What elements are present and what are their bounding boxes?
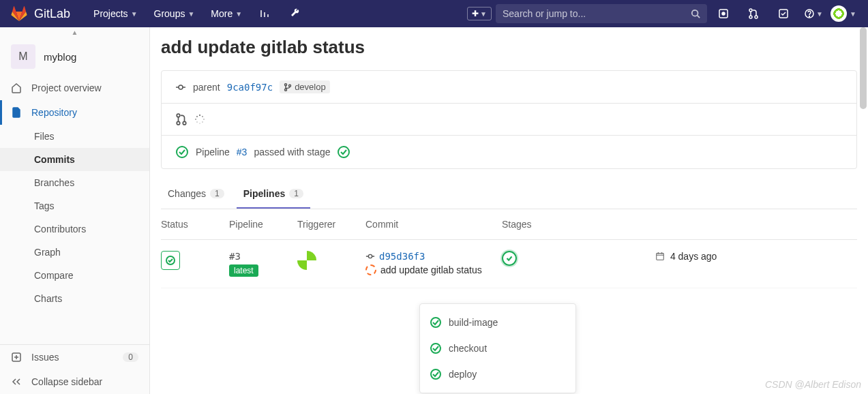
scrollbar-indicator[interactable] xyxy=(860,27,867,109)
svg-point-20 xyxy=(202,121,203,123)
stage-passed-button[interactable] xyxy=(502,251,517,266)
svg-point-14 xyxy=(177,114,180,117)
dropdown-item-deploy[interactable]: deploy xyxy=(420,361,575,387)
commit-message: add update gitlab status xyxy=(380,264,482,275)
check-circle-icon xyxy=(430,368,442,380)
check-circle-icon xyxy=(430,342,442,354)
commit-sha-link[interactable]: d95d36f3 xyxy=(379,251,425,262)
pipeline-link[interactable]: #3 xyxy=(237,147,248,157)
search-input[interactable] xyxy=(503,8,685,19)
branch-icon xyxy=(284,83,292,91)
pipeline-id[interactable]: #3 xyxy=(229,251,297,262)
pipeline-text-suffix: passed with stage xyxy=(254,147,330,157)
svg-point-31 xyxy=(431,344,440,353)
header-commit: Commit xyxy=(365,219,502,230)
sidebar-sub-compare[interactable]: Compare xyxy=(0,264,149,287)
svg-point-30 xyxy=(431,318,440,327)
parent-sha-link[interactable]: 9ca0f97c xyxy=(227,82,273,93)
chevron-down-icon: ▼ xyxy=(131,10,138,18)
parent-label: parent xyxy=(193,82,220,93)
chevron-down-icon: ▼ xyxy=(235,10,242,18)
collapse-icon xyxy=(11,376,22,387)
sidebar-sub-branches[interactable]: Branches xyxy=(0,171,149,194)
svg-point-13 xyxy=(289,85,291,87)
header-status: Status xyxy=(161,219,229,230)
project-name: myblog xyxy=(44,51,76,63)
branch-tag[interactable]: develop xyxy=(280,80,330,93)
user-menu[interactable]: ▼ xyxy=(830,0,857,27)
new-dropdown[interactable]: ✚▼ xyxy=(466,0,493,27)
svg-point-22 xyxy=(196,121,198,123)
sidebar-item-overview[interactable]: Project overview xyxy=(0,76,149,100)
tab-pipelines[interactable]: Pipelines1 xyxy=(237,180,310,209)
calendar-icon xyxy=(655,252,665,261)
merge-requests-icon[interactable] xyxy=(740,0,767,27)
mr-row xyxy=(162,103,856,135)
activity-icon[interactable] xyxy=(252,0,279,27)
table-header: Status Pipeline Triggerer Commit Stages xyxy=(161,209,857,240)
loading-icon xyxy=(194,114,205,125)
sidebar: ▲ M myblog Project overview Repository F… xyxy=(0,27,150,394)
svg-point-15 xyxy=(177,121,180,125)
svg-point-17 xyxy=(199,115,200,116)
document-icon xyxy=(11,107,22,118)
time-ago: 4 days ago xyxy=(670,251,717,262)
svg-point-25 xyxy=(177,147,188,157)
commit-icon xyxy=(175,82,186,93)
sidebar-item-issues[interactable]: Issues 0 xyxy=(0,345,149,369)
sidebar-sub-files[interactable]: Files xyxy=(0,125,149,148)
sidebar-sub-charts[interactable]: Charts xyxy=(0,287,149,310)
svg-point-10 xyxy=(179,85,183,89)
spinner-icon xyxy=(365,264,376,275)
svg-point-3 xyxy=(749,9,752,12)
sidebar-sub-commits[interactable]: Commits xyxy=(0,148,149,171)
svg-point-4 xyxy=(749,16,752,18)
svg-point-2 xyxy=(722,12,725,15)
svg-point-5 xyxy=(755,16,758,18)
pipeline-row: #3 latest d95d36f3 add update gitlab sta… xyxy=(161,240,857,288)
svg-point-26 xyxy=(338,147,349,157)
sidebar-sub-contributors[interactable]: Contributors xyxy=(0,217,149,241)
user-avatar-icon xyxy=(830,5,847,22)
svg-point-18 xyxy=(202,116,203,117)
header-triggerer: Triggerer xyxy=(297,219,365,230)
sidebar-sub-tags[interactable]: Tags xyxy=(0,194,149,217)
svg-point-16 xyxy=(183,121,186,125)
home-icon xyxy=(11,82,22,93)
project-header[interactable]: M myblog xyxy=(0,37,149,76)
svg-point-24 xyxy=(196,116,198,117)
svg-point-8 xyxy=(809,16,810,17)
sidebar-item-repository[interactable]: Repository xyxy=(0,100,149,125)
status-passed-icon[interactable] xyxy=(161,251,180,270)
svg-rect-29 xyxy=(657,254,664,260)
search-box[interactable] xyxy=(496,4,707,23)
plus-icon: ✚ xyxy=(472,9,479,18)
nav-groups[interactable]: Groups▼ xyxy=(147,0,202,27)
top-navigation: GitLab Projects▼ Groups▼ More▼ ✚▼ ▼ ▼ xyxy=(0,0,868,27)
page-title: add update gitlab status xyxy=(161,37,857,58)
nav-more[interactable]: More▼ xyxy=(204,0,249,27)
help-icon[interactable]: ▼ xyxy=(800,0,827,27)
issues-icon[interactable] xyxy=(710,0,737,27)
dropdown-item-checkout[interactable]: checkout xyxy=(420,335,575,361)
brand-name[interactable]: GitLab xyxy=(34,7,70,21)
todos-icon[interactable] xyxy=(770,0,797,27)
issues-icon xyxy=(11,352,22,363)
nav-projects[interactable]: Projects▼ xyxy=(87,0,144,27)
chevron-down-icon: ▼ xyxy=(188,10,194,18)
pipeline-status-row: Pipeline #3 passed with stage xyxy=(162,135,856,168)
scroll-up-indicator: ▲ xyxy=(0,27,149,37)
pipelines-count-badge: 1 xyxy=(289,189,303,198)
wrench-icon[interactable] xyxy=(282,0,309,27)
svg-point-0 xyxy=(692,10,698,16)
sidebar-sub-graph[interactable]: Graph xyxy=(0,241,149,264)
svg-point-21 xyxy=(199,123,200,124)
svg-point-32 xyxy=(431,369,440,379)
sidebar-collapse[interactable]: Collapse sidebar xyxy=(0,369,149,394)
watermark: CSDN @Albert Edison xyxy=(765,379,861,390)
triggerer-avatar[interactable] xyxy=(297,251,316,270)
header-pipeline: Pipeline xyxy=(229,219,297,230)
dropdown-item-build-image[interactable]: build-image xyxy=(420,309,575,335)
svg-point-19 xyxy=(203,119,205,120)
tab-changes[interactable]: Changes1 xyxy=(161,180,231,209)
